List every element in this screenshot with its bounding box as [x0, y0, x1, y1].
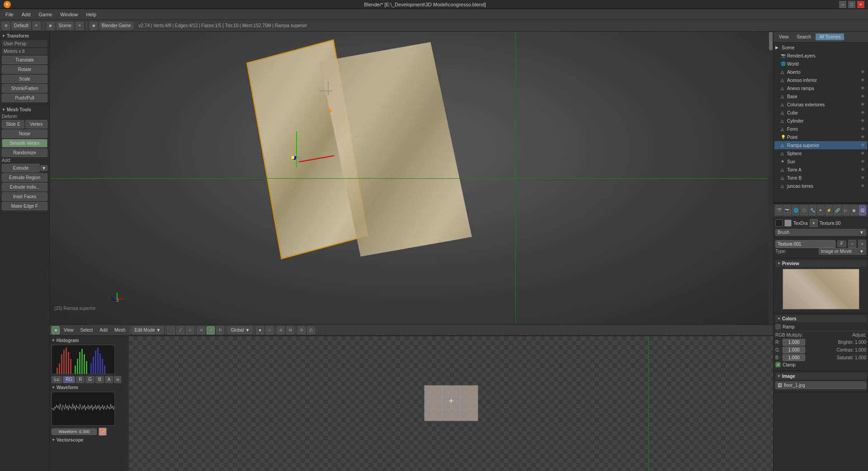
eye-torre-b[interactable]: 👁 — [861, 176, 866, 180]
eye-sphere[interactable]: 👁 — [861, 151, 866, 156]
tree-item-colunas[interactable]: △ Colunas exteriores 👁 — [774, 100, 867, 109]
rotate-tool-icon[interactable]: ↻ — [216, 326, 224, 334]
prop-physics-icon[interactable]: ⚡ — [826, 205, 833, 215]
prop-constraints-icon[interactable]: 🔗 — [834, 205, 841, 215]
tree-item-sphere[interactable]: △ Sphere 👁 — [774, 149, 867, 157]
orientation-select[interactable]: Global ▼ — [227, 326, 253, 334]
tree-item-anexo[interactable]: △ Anexo rampa 👁 — [774, 84, 867, 92]
tree-item-acesso[interactable]: △ Acesso inferior 👁 — [774, 76, 867, 84]
tree-item-forro[interactable]: △ Forro 👁 — [774, 125, 867, 133]
extrude-region-button[interactable]: Extrude Region — [2, 173, 47, 182]
randomize-button[interactable]: Randomize — [2, 148, 47, 157]
tree-item-world[interactable]: 🌐 World — [774, 60, 867, 68]
layout-icon[interactable]: ⊞ — [2, 22, 10, 30]
outliner-tab-search[interactable]: Search — [793, 33, 815, 40]
texture-add-icon[interactable]: + — [848, 240, 856, 248]
snap-icon[interactable]: ⊙ — [197, 326, 205, 334]
viewport-menu-mesh[interactable]: Mesh — [112, 328, 128, 333]
channel-b[interactable]: B — [95, 376, 104, 383]
prop-data-icon[interactable]: ▷ — [842, 205, 849, 215]
uv-mesh[interactable] — [424, 385, 478, 422]
scene-select[interactable]: Scene — [57, 22, 74, 29]
channel-lu[interactable]: Lu — [52, 376, 62, 383]
texture-remove-icon[interactable]: ✕ — [858, 240, 866, 248]
tree-item-torre-b[interactable]: △ Torre B 👁 — [774, 174, 867, 182]
waveform-color-icon[interactable]: 🌈 — [99, 428, 107, 436]
menu-help[interactable]: Help — [82, 11, 100, 18]
close-layout-icon[interactable]: ✕ — [33, 22, 41, 30]
xray-icon[interactable]: ◫ — [307, 326, 315, 334]
menu-game[interactable]: Game — [35, 11, 56, 18]
eye-point[interactable]: 👁 — [861, 135, 866, 139]
tree-item-cube[interactable]: △ Cube 👁 — [774, 109, 867, 117]
prop-object-icon[interactable]: ⬡ — [800, 205, 807, 215]
tree-item-base[interactable]: △ Base 👁 — [774, 92, 867, 100]
channel-r[interactable]: R — [76, 376, 85, 383]
image-value-btn[interactable]: 🖼 floor_1.jpg — [775, 381, 866, 389]
tree-item-juncao[interactable]: △ juncao torres 👁 — [774, 182, 867, 190]
scene-close-icon[interactable]: ✕ — [75, 22, 84, 30]
g-value-field[interactable]: 1.000 — [783, 347, 805, 353]
prop-world-icon[interactable]: 🌐 — [792, 205, 799, 215]
eye-aberto[interactable]: 👁 — [861, 70, 866, 74]
overlay-icon[interactable]: ⊡ — [297, 326, 306, 334]
prop-scene-icon[interactable]: 🎬 — [775, 205, 783, 215]
push-pull-button[interactable]: Push/Pull — [2, 94, 47, 102]
prop-texture-icon[interactable]: 🖼 — [859, 205, 866, 215]
snap-toggle-icon[interactable]: ⊟ — [286, 326, 294, 334]
shrink-fatten-button[interactable]: Shrink/Fatten — [2, 84, 47, 93]
minimize-button[interactable]: ─ — [839, 1, 846, 8]
outliner-tab-view[interactable]: View — [775, 33, 793, 40]
eye-acesso[interactable]: 👁 — [861, 78, 866, 82]
viewport-scrollbar[interactable] — [769, 32, 773, 324]
solid-display-icon[interactable]: ■ — [256, 326, 264, 334]
waveform-value-field[interactable]: Waveform :0.300 — [52, 428, 97, 435]
eye-base[interactable]: 👁 — [861, 94, 866, 99]
eye-anexo[interactable]: 👁 — [861, 86, 866, 90]
prop-material-icon[interactable]: ◉ — [850, 205, 858, 215]
menu-window[interactable]: Window — [57, 11, 81, 18]
viewport-3d[interactable]: Z (25) Rampa superior — [50, 32, 773, 324]
translate-button[interactable]: Translate — [2, 56, 47, 64]
tree-item-rampa[interactable]: △ Rampa superior 👁 — [774, 141, 867, 149]
extrude-dropdown[interactable]: Extrude — [2, 164, 40, 172]
smooth-vertex-button[interactable]: Smooth Vertex — [2, 139, 47, 147]
tree-item-torre-a[interactable]: △ Torre A 👁 — [774, 166, 867, 174]
eye-juncao[interactable]: 👁 — [861, 184, 866, 188]
b-value-field[interactable]: 1.000 — [783, 354, 805, 361]
menu-file[interactable]: File — [2, 11, 17, 18]
scene-icon[interactable]: ◉ — [47, 22, 55, 30]
type-dropdown[interactable]: Image or Movie ▼ — [819, 248, 867, 255]
prop-render-icon[interactable]: 📷 — [783, 205, 791, 215]
edge-select-icon[interactable]: ╱ — [176, 326, 184, 334]
vertex-button[interactable]: Vertex — [25, 120, 48, 128]
channel-rg[interactable]: RG — [63, 376, 75, 383]
extrude-indiv-button[interactable]: Extrude Indiv... — [2, 183, 47, 191]
inset-faces-button[interactable]: Inset Faces — [2, 192, 47, 201]
viewport-menu-add[interactable]: Add — [97, 328, 110, 333]
eye-torre-a[interactable]: 👁 — [861, 167, 866, 172]
make-edge-button[interactable]: Make Edge F — [2, 202, 47, 210]
channel-a[interactable]: A — [105, 376, 113, 383]
tree-item-renderlayers[interactable]: 📷 RenderLayers — [774, 52, 867, 60]
scrollbar-thumb[interactable] — [769, 32, 773, 50]
rotate-button[interactable]: Rotate — [2, 65, 47, 74]
close-button[interactable]: ✕ — [857, 1, 864, 8]
texture-name-field[interactable]: Texture.001 — [775, 240, 835, 248]
viewport-menu-select[interactable]: Select — [78, 328, 96, 333]
extrude-dropdown-arrow[interactable]: ▼ — [40, 165, 47, 171]
vertex-select-icon[interactable]: · — [167, 326, 175, 334]
eye-forro[interactable]: 👁 — [861, 127, 866, 131]
outliner-tab-all-scenes[interactable]: All Scenes — [816, 33, 844, 40]
eye-sun[interactable]: 👁 — [861, 159, 866, 164]
menu-add[interactable]: Add — [18, 11, 34, 18]
color-swatch-1[interactable] — [775, 219, 783, 227]
ramp-checkbox[interactable] — [775, 324, 781, 329]
tree-item-cylinder[interactable]: △ Cylinder 👁 — [774, 117, 867, 125]
uv-editor[interactable]: ◉ View Select Image UVs 📌 ⇄ floor_1.jpg … — [129, 336, 773, 471]
restore-button[interactable]: □ — [848, 1, 855, 8]
uv-viewport[interactable] — [129, 336, 773, 471]
eye-cube[interactable]: 👁 — [861, 110, 866, 115]
proportional-icon[interactable]: ◎ — [277, 326, 285, 334]
noise-button[interactable]: Noise — [2, 129, 47, 138]
